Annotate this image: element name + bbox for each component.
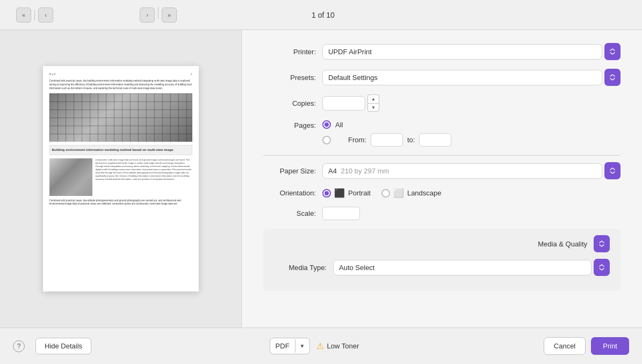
scale-label: Scale: — [263, 209, 322, 217]
paper-size-stepper[interactable] — [604, 162, 621, 179]
preview-page-right: 1 — [191, 72, 192, 76]
scaffold-graphic — [49, 93, 192, 142]
preview-panel: B.a.5 1 Combined with practical cases, t… — [0, 30, 242, 327]
pages-label: Pages: — [263, 120, 322, 129]
media-type-label: Media Type: — [274, 264, 333, 272]
presets-select[interactable]: Default Settings — [322, 70, 602, 85]
pdf-button[interactable]: PDF ▼ — [270, 338, 310, 354]
nav-divider — [34, 10, 35, 20]
bottom-bar: ? Hide Details PDF ▼ ⚠ Low Toner Cancel … — [0, 327, 642, 364]
page-indicator: 1 of 10 — [312, 11, 335, 19]
preview-image-scaffold — [49, 93, 192, 142]
pages-from-controls: From: 1 to: 1 — [348, 133, 451, 147]
orientation-row: Orientation: ⬛ Portrait ⬜ Landscape — [263, 188, 621, 198]
pages-from-input[interactable]: 1 — [371, 133, 403, 147]
media-quality-title: Media & Quality — [538, 240, 587, 248]
pages-all-radio[interactable] — [322, 120, 331, 129]
preview-heading: Building environment information modelin… — [49, 145, 192, 155]
pages-to-label: to: — [407, 136, 415, 144]
paper-size-control: A4 210 by 297 mm — [322, 162, 621, 179]
preview-bottom: constructed, multi-view image data are f… — [49, 158, 192, 196]
paper-size-select[interactable]: A4 210 by 297 mm — [322, 163, 602, 179]
copies-stepper: ▲ ▼ — [367, 94, 379, 112]
landscape-option[interactable]: ⬜ Landscape — [381, 188, 442, 198]
cancel-button[interactable]: Cancel — [544, 337, 586, 355]
scale-row: Scale: 100% — [263, 207, 621, 220]
preview-person-image — [49, 158, 92, 196]
pdf-label: PDF — [270, 338, 295, 354]
preview-text-right: constructed, multi-view image data are f… — [96, 158, 192, 196]
pages-to-input[interactable]: 1 — [419, 133, 451, 147]
copies-row: Copies: 1 ▲ ▼ — [263, 94, 621, 112]
orientation-control: ⬛ Portrait ⬜ Landscape — [322, 188, 621, 198]
preview-page-left: B.a.5 — [49, 72, 56, 76]
media-quality-header: Media & Quality — [274, 235, 610, 252]
printer-row: Printer: UPDF AirPrint — [263, 43, 621, 60]
settings-panel: Printer: UPDF AirPrint Presets: — [242, 30, 642, 327]
printer-label: Printer: — [263, 48, 322, 56]
landscape-radio[interactable] — [381, 189, 390, 198]
orientation-label: Orientation: — [263, 189, 322, 197]
presets-row: Presets: Default Settings — [263, 69, 621, 86]
pages-control: All From: 1 to: 1 — [322, 120, 621, 147]
media-type-stepper[interactable] — [594, 259, 610, 276]
copies-label: Copies: — [263, 99, 322, 107]
pages-all-label: All — [335, 121, 343, 129]
portrait-icon: ⬛ — [334, 188, 345, 198]
pages-from-radio[interactable] — [322, 136, 331, 144]
low-toner-label: Low Toner — [327, 342, 359, 350]
landscape-label: Landscape — [407, 189, 442, 197]
top-bar: « ‹ 1 of 10 › » — [0, 0, 642, 30]
media-quality-stepper[interactable] — [594, 235, 610, 252]
portrait-option[interactable]: ⬛ Portrait — [322, 188, 371, 198]
first-page-button[interactable]: « — [16, 8, 31, 23]
media-type-select[interactable]: Auto Select — [333, 260, 591, 275]
scale-control: 100% — [322, 207, 621, 220]
presets-label: Presets: — [263, 74, 322, 82]
warning-icon: ⚠ — [316, 341, 324, 351]
paper-size-row: Paper Size: A4 210 by 297 mm — [263, 162, 621, 179]
copies-up-button[interactable]: ▲ — [367, 94, 379, 103]
preview-header: B.a.5 1 — [49, 72, 192, 76]
scale-input[interactable]: 100% — [322, 207, 360, 220]
help-button[interactable]: ? — [13, 340, 25, 352]
media-quality-section: Media & Quality Media Type: Auto Select — [263, 229, 621, 291]
pages-row: Pages: All From: 1 to: 1 — [263, 120, 621, 147]
copies-down-button[interactable]: ▼ — [367, 103, 379, 112]
main-container: B.a.5 1 Combined with practical cases, t… — [0, 30, 642, 327]
pdf-dropdown-arrow[interactable]: ▼ — [295, 339, 309, 353]
next-page-button[interactable]: › — [140, 8, 155, 23]
portrait-label: Portrait — [348, 189, 371, 197]
printer-select[interactable]: UPDF AirPrint — [322, 44, 602, 60]
prev-page-button[interactable]: ‹ — [38, 8, 53, 23]
printer-select-group: UPDF AirPrint — [322, 43, 621, 60]
pages-from-row: From: 1 to: 1 — [322, 133, 451, 147]
paper-size-label: Paper Size: — [263, 167, 322, 175]
presets-select-group: Default Settings — [322, 69, 621, 86]
printer-control: UPDF AirPrint — [322, 43, 621, 60]
action-buttons: Cancel Print — [537, 337, 629, 355]
low-toner-warning: ⚠ Low Toner — [316, 341, 359, 351]
preview-content: B.a.5 1 Combined with practical cases, t… — [43, 66, 199, 216]
copies-control: 1 ▲ ▼ — [322, 94, 621, 112]
page-preview: B.a.5 1 Combined with practical cases, t… — [43, 66, 199, 292]
nav-controls: « ‹ — [16, 8, 53, 23]
presets-stepper[interactable] — [604, 69, 621, 86]
pages-radio-group: All From: 1 to: 1 — [322, 120, 451, 147]
pdf-btn-group: PDF ▼ ⚠ Low Toner — [270, 338, 359, 354]
last-page-button[interactable]: » — [162, 8, 177, 23]
pages-all-row: All — [322, 120, 451, 129]
media-type-select-group: Auto Select — [333, 259, 610, 276]
printer-stepper[interactable] — [604, 43, 621, 60]
next-nav-controls: › » — [140, 8, 177, 23]
print-button[interactable]: Print — [591, 337, 629, 355]
orientation-group: ⬛ Portrait ⬜ Landscape — [322, 188, 442, 198]
divider-1 — [263, 155, 621, 156]
preview-text-bottom: Combined with practical cases, low-altit… — [49, 199, 192, 207]
portrait-radio[interactable] — [322, 189, 331, 198]
hide-details-button[interactable]: Hide Details — [35, 338, 91, 354]
copies-input[interactable]: 1 — [322, 96, 365, 111]
media-type-control: Auto Select — [333, 259, 610, 276]
nav-divider2 — [158, 8, 158, 18]
presets-control: Default Settings — [322, 69, 621, 86]
